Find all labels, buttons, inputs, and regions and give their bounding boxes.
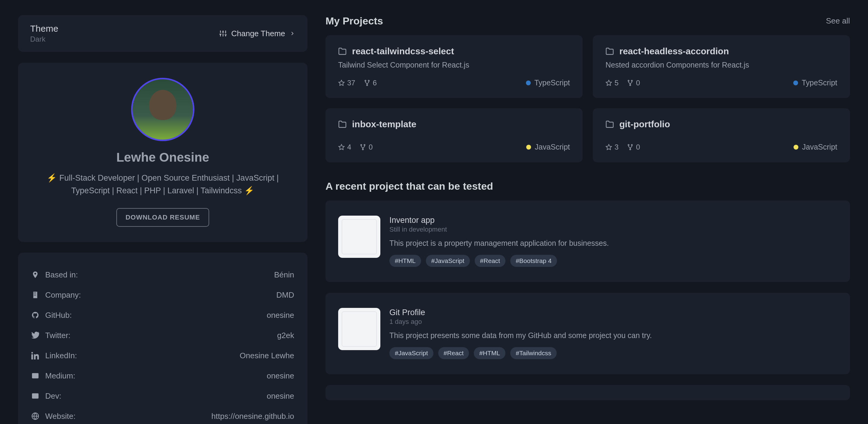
svg-rect-9 — [32, 373, 38, 378]
svg-point-17 — [367, 85, 368, 86]
folder-icon — [606, 47, 614, 56]
stars-stat: 5 — [606, 79, 618, 87]
recent-card[interactable]: Inventor app Still in development This p… — [326, 201, 850, 282]
svg-point-29 — [630, 149, 631, 150]
svg-point-24 — [364, 144, 365, 145]
dev-value: onesine — [267, 391, 294, 401]
tag-list: #HTML#JavaScript#React#Bootstrap 4 — [390, 255, 837, 267]
project-card[interactable]: react-headless-accordion Nested accordio… — [593, 35, 850, 98]
project-name: git-portfolio — [619, 119, 670, 129]
dev-icon — [31, 392, 39, 400]
star-icon — [606, 144, 612, 150]
info-row-linkedin[interactable]: LinkedIn: Onesine Lewhe — [31, 345, 294, 366]
tag: #Bootstrap 4 — [510, 255, 557, 267]
github-value: onesine — [267, 311, 294, 320]
tag: #React — [438, 347, 469, 359]
theme-current: Dark — [30, 35, 58, 43]
svg-marker-26 — [606, 144, 612, 149]
info-card: Based in: Bénin Company: DMD GitHub: one… — [18, 253, 307, 424]
see-all-link[interactable]: See all — [826, 16, 850, 26]
lang-dot-icon — [794, 145, 798, 150]
recent-card[interactable] — [326, 385, 850, 400]
fork-icon — [627, 80, 633, 86]
chevron-right-icon — [289, 30, 296, 36]
svg-point-15 — [365, 80, 366, 81]
stars-stat: 4 — [338, 143, 351, 151]
project-language: TypeScript — [793, 79, 837, 87]
project-thumbnail — [338, 216, 380, 258]
tag-list: #JavaScript#React#HTML#Tailwindcss — [390, 347, 837, 359]
lang-dot-icon — [526, 145, 531, 150]
location-icon — [31, 271, 39, 279]
stars-stat: 37 — [338, 79, 355, 87]
svg-point-19 — [628, 80, 629, 81]
svg-marker-14 — [339, 80, 344, 85]
project-card[interactable]: react-tailwindcss-select Tailwind Select… — [326, 35, 583, 98]
recent-card[interactable]: Git Profile 1 days ago This project pres… — [326, 293, 850, 374]
projects-grid: react-tailwindcss-select Tailwind Select… — [326, 35, 850, 162]
info-row-website[interactable]: Website: https://onesine.github.io — [31, 406, 294, 424]
folder-icon — [338, 47, 347, 56]
svg-point-27 — [628, 144, 629, 145]
svg-point-16 — [368, 80, 369, 81]
svg-point-20 — [631, 80, 632, 81]
svg-point-25 — [363, 149, 364, 150]
avatar — [131, 78, 194, 141]
project-card[interactable]: inbox-template 4 0 JavaScript — [326, 108, 583, 162]
star-icon — [606, 80, 612, 86]
forks-stat: 0 — [360, 143, 373, 151]
twitter-icon — [31, 331, 39, 339]
change-theme-label: Change Theme — [231, 29, 285, 38]
recent-project-name: Git Profile — [390, 308, 837, 317]
profile-name: Lewhe Onesine — [30, 150, 296, 165]
project-name: react-headless-accordion — [619, 46, 729, 56]
forks-stat: 6 — [364, 79, 377, 87]
info-row-twitter[interactable]: Twitter: g2ek — [31, 325, 294, 345]
website-value: https://onesine.github.io — [211, 412, 294, 421]
star-icon — [338, 80, 345, 86]
medium-value: onesine — [267, 371, 294, 381]
recent-project-desc: This project is a property management ap… — [390, 239, 837, 248]
info-row-medium[interactable]: Medium: onesine — [31, 366, 294, 386]
project-name: inbox-template — [352, 119, 416, 129]
tag: #HTML — [474, 347, 505, 359]
fork-icon — [364, 80, 370, 86]
info-row-github[interactable]: GitHub: onesine — [31, 305, 294, 325]
stars-stat: 3 — [606, 143, 618, 151]
folder-icon — [338, 120, 347, 128]
profile-bio: ⚡ Full-Stack Developer | Open Source Ent… — [30, 172, 296, 197]
svg-point-23 — [361, 144, 362, 145]
info-row-location: Based in: Bénin — [31, 265, 294, 285]
lang-dot-icon — [526, 81, 531, 85]
tag: #Tailwindcss — [510, 347, 557, 359]
forks-stat: 0 — [627, 79, 640, 87]
recent-project-desc: This project presents some data from my … — [390, 331, 837, 340]
project-language: JavaScript — [794, 143, 837, 151]
svg-marker-22 — [339, 144, 344, 149]
github-icon — [31, 311, 39, 319]
tag: #React — [475, 255, 506, 267]
fork-icon — [360, 144, 366, 150]
theme-title: Theme — [30, 24, 58, 34]
linkedin-value: Onesine Lewhe — [240, 351, 294, 360]
tag: #JavaScript — [426, 255, 470, 267]
project-language: TypeScript — [526, 79, 570, 87]
building-icon — [31, 291, 39, 299]
medium-icon — [31, 372, 39, 380]
recent-project-status: Still in development — [390, 225, 837, 234]
twitter-value: g2ek — [277, 331, 294, 340]
tag: #JavaScript — [390, 347, 433, 359]
profile-card: Lewhe Onesine ⚡ Full-Stack Developer | O… — [18, 63, 307, 242]
recent-title: A recent project that can be tested — [326, 180, 850, 192]
download-resume-button[interactable]: DOWNLOAD RESUME — [116, 208, 209, 227]
info-row-dev[interactable]: Dev: onesine — [31, 386, 294, 406]
fork-icon — [627, 144, 633, 150]
location-value: Bénin — [274, 270, 294, 279]
lang-dot-icon — [793, 81, 798, 85]
forks-stat: 0 — [627, 143, 640, 151]
linkedin-icon — [31, 352, 39, 360]
project-card[interactable]: git-portfolio 3 0 JavaScript — [593, 108, 850, 162]
project-name: react-tailwindcss-select — [352, 46, 454, 56]
star-icon — [338, 144, 345, 150]
change-theme-button[interactable]: Change Theme — [219, 29, 296, 38]
